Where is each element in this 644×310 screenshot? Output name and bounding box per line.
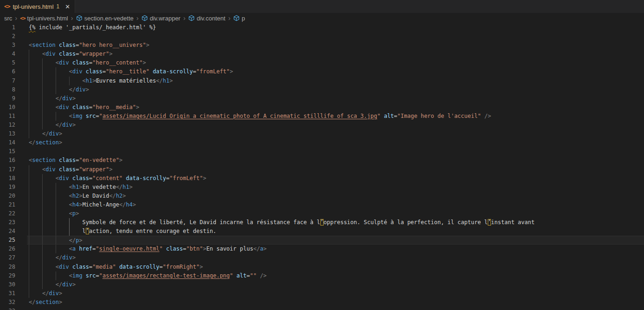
code-line-13[interactable]: 13 </div>	[0, 129, 644, 138]
code-editor[interactable]: 1{% include '_partials/_header.html' %}2…	[0, 23, 644, 310]
breadcrumb-item-section-en-vedette[interactable]: section.en-vedette	[76, 15, 134, 22]
breadcrumb-item-div-content[interactable]: div.content	[188, 15, 225, 22]
line-number[interactable]: 14	[0, 138, 15, 147]
line-content[interactable]: l’action, tendu entre courage et destin.	[27, 227, 644, 236]
line-number[interactable]: 22	[0, 209, 15, 218]
code-line-17[interactable]: 17 <div class="wrapper">	[0, 165, 644, 174]
line-content[interactable]: <div class="content" data-scrolly="fromL…	[27, 174, 644, 183]
line-number[interactable]: 11	[0, 112, 15, 121]
line-content[interactable]: <section class="en-vedette">	[27, 156, 644, 165]
line-content[interactable]: {% include '_partials/_header.html' %}	[27, 23, 644, 32]
code-line-15[interactable]: 15	[0, 147, 644, 156]
line-number[interactable]: 28	[0, 263, 15, 271]
code-line-20[interactable]: 20 <h2>Le David</h2>	[0, 192, 644, 200]
code-line-21[interactable]: 21 <h4>Michel-Ange</h4>	[0, 200, 644, 209]
code-line-28[interactable]: 28 <div class="media" data-scrolly="from…	[0, 263, 644, 271]
line-number[interactable]: 1	[0, 23, 15, 32]
code-line-2[interactable]: 2	[0, 32, 644, 41]
code-line-29[interactable]: 29 <img src="assets/images/rectangle-tes…	[0, 271, 644, 280]
line-content[interactable]: </div>	[27, 94, 644, 103]
code-line-partial[interactable]: 33	[0, 307, 644, 310]
line-content[interactable]: <div class="media" data-scrolly="fromRig…	[27, 263, 644, 271]
line-content[interactable]: </div>	[27, 85, 644, 94]
breadcrumb-item-div-wrapper[interactable]: div.wrapper	[141, 15, 180, 22]
breadcrumb-item-tpl-univers-html[interactable]: <>tpl-univers.html	[20, 15, 68, 22]
line-number[interactable]: 33	[0, 307, 15, 310]
code-line-23[interactable]: 23 Symbole de force et de liberté, Le Da…	[0, 218, 644, 227]
line-content[interactable]: <a href="single-oeuvre.html" class="btn"…	[27, 245, 644, 253]
line-number[interactable]: 17	[0, 165, 15, 174]
code-line-18[interactable]: 18 <div class="content" data-scrolly="fr…	[0, 174, 644, 183]
code-line-27[interactable]: 27 </div>	[0, 253, 644, 262]
line-number[interactable]: 12	[0, 121, 15, 129]
line-content[interactable]: </div>	[27, 289, 644, 298]
code-line-19[interactable]: 19 <h1>En vedette</h1>	[0, 183, 644, 192]
line-content[interactable]: </p>	[27, 236, 644, 245]
line-number[interactable]: 32	[0, 298, 15, 307]
code-line-25[interactable]: 25 </p>	[0, 236, 644, 245]
code-line-26[interactable]: 26 <a href="single-oeuvre.html" class="b…	[0, 245, 644, 253]
line-content[interactable]	[27, 307, 644, 310]
code-line-6[interactable]: 6 <div class="hero__title" data-scrolly=…	[0, 67, 644, 76]
line-number[interactable]: 29	[0, 271, 15, 280]
line-number[interactable]: 30	[0, 280, 15, 289]
line-content[interactable]: <h2>Le David</h2>	[27, 192, 644, 200]
line-content[interactable]: <h1>Œuvres matérielles</h1>	[27, 77, 644, 85]
line-number[interactable]: 13	[0, 129, 15, 138]
line-number[interactable]: 9	[0, 94, 15, 103]
code-line-8[interactable]: 8 </div>	[0, 85, 644, 94]
tab-tpl-univers[interactable]: <> tpl-univers.html 1 ✕	[0, 0, 75, 13]
line-content[interactable]: <p>	[27, 209, 644, 218]
line-content[interactable]: <div class="hero__title" data-scrolly="f…	[27, 67, 644, 76]
line-number[interactable]: 21	[0, 200, 15, 209]
line-number[interactable]: 15	[0, 147, 15, 156]
code-line-22[interactable]: 22 <p>	[0, 209, 644, 218]
line-content[interactable]: </div>	[27, 280, 644, 289]
code-line-10[interactable]: 10 <div class="hero__media">	[0, 103, 644, 112]
code-line-1[interactable]: 1{% include '_partials/_header.html' %}	[0, 23, 644, 32]
code-line-24[interactable]: 24 l’action, tendu entre courage et dest…	[0, 227, 644, 236]
line-content[interactable]: <div class="hero__media">	[27, 103, 644, 112]
line-content[interactable]: </section>	[27, 298, 644, 307]
code-line-14[interactable]: 14</section>	[0, 138, 644, 147]
line-content[interactable]	[27, 32, 644, 41]
line-content[interactable]: </div>	[27, 129, 644, 138]
line-number[interactable]: 8	[0, 85, 15, 94]
line-content[interactable]: <h4>Michel-Ange</h4>	[27, 200, 644, 209]
line-number[interactable]: 26	[0, 245, 15, 253]
line-number[interactable]: 25	[0, 236, 15, 245]
line-number[interactable]: 27	[0, 253, 15, 262]
line-content[interactable]: Symbole de force et de liberté, Le David…	[27, 218, 644, 227]
line-number[interactable]: 7	[0, 77, 15, 85]
code-line-32[interactable]: 32</section>	[0, 298, 644, 307]
line-number[interactable]: 5	[0, 58, 15, 67]
line-content[interactable]: <h1>En vedette</h1>	[27, 183, 644, 192]
line-content[interactable]: </div>	[27, 253, 644, 262]
close-icon[interactable]: ✕	[65, 3, 70, 10]
line-content[interactable]: <div class="wrapper">	[27, 50, 644, 58]
line-content[interactable]	[27, 147, 644, 156]
code-line-31[interactable]: 31 </div>	[0, 289, 644, 298]
code-line-3[interactable]: 3<section class="hero hero__univers">	[0, 41, 644, 50]
line-number[interactable]: 10	[0, 103, 15, 112]
line-content[interactable]: <section class="hero hero__univers">	[27, 41, 644, 50]
code-line-11[interactable]: 11 <img src="assets/images/Lucid_Origin_…	[0, 112, 644, 121]
line-number[interactable]: 24	[0, 227, 15, 236]
breadcrumb-item-src[interactable]: src	[4, 15, 12, 22]
line-content[interactable]: <div class="hero__content">	[27, 58, 644, 67]
code-line-12[interactable]: 12 </div>	[0, 121, 644, 129]
line-number[interactable]: 2	[0, 32, 15, 41]
line-content[interactable]: </section>	[27, 138, 644, 147]
code-line-4[interactable]: 4 <div class="wrapper">	[0, 50, 644, 58]
code-line-30[interactable]: 30 </div>	[0, 280, 644, 289]
line-number[interactable]: 20	[0, 192, 15, 200]
breadcrumb-item-p[interactable]: p	[233, 15, 245, 22]
line-number[interactable]: 4	[0, 50, 15, 58]
line-number[interactable]: 3	[0, 41, 15, 50]
code-line-5[interactable]: 5 <div class="hero__content">	[0, 58, 644, 67]
line-content[interactable]: <img src="assets/images/Lucid_Origin_a_c…	[27, 112, 644, 121]
line-content[interactable]: <div class="wrapper">	[27, 165, 644, 174]
code-line-16[interactable]: 16<section class="en-vedette">	[0, 156, 644, 165]
line-number[interactable]: 19	[0, 183, 15, 192]
line-number[interactable]: 18	[0, 174, 15, 183]
